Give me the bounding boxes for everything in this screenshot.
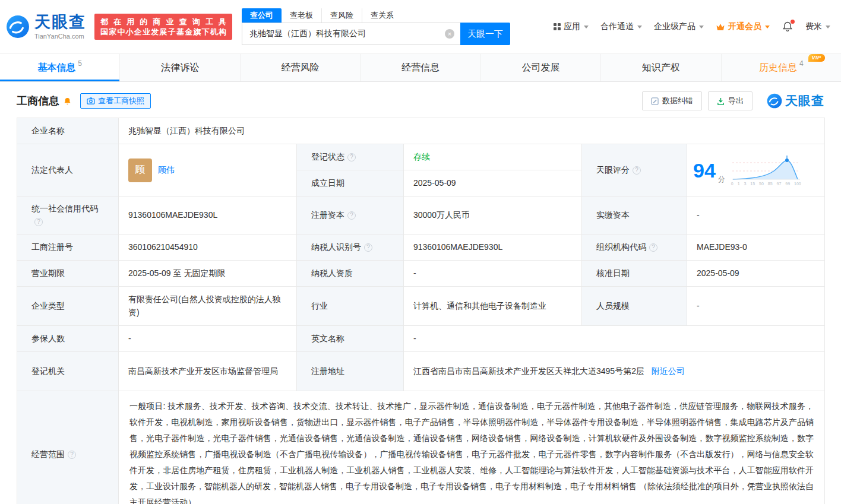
search-tab-risk[interactable]: 查风险 (321, 8, 362, 23)
tab-history-info[interactable]: 历史信息 4 VIP (721, 54, 841, 81)
status-badge: 存续 (413, 152, 430, 161)
tab-legal-proceedings[interactable]: 法律诉讼 (119, 54, 239, 81)
business-info-table: 企业名称 兆驰智显（江西）科技有限公司 法定代表人 顾 顾伟 登记状态 存续 天… (17, 118, 825, 504)
nav-apps-label: 应用 (564, 21, 580, 32)
field-label-staff-size: 人员规模 (582, 287, 687, 326)
table-row: 登记机关 南昌高新技术产业开发区市场监督管理局 注册地址 江西省南昌市南昌高新技… (17, 352, 825, 391)
business-scope-value: 一般项目: 技术服务、技术开发、技术咨询、技术交流、技术转让、技术推广，显示器件… (119, 391, 825, 504)
nav-user-label: 费米 (805, 21, 822, 32)
info-icon[interactable] (347, 153, 356, 161)
business-term-value: 2025-05-09 至 无固定期限 (119, 261, 297, 287)
tab-operating-info[interactable]: 经营信息 (360, 54, 480, 81)
section-actions: 数据纠错 导出 天眼查 (642, 91, 824, 110)
tab-company-development[interactable]: 公司发展 (480, 54, 600, 81)
field-label-industry: 行业 (297, 287, 404, 326)
field-label-company-name: 企业名称 (17, 118, 119, 144)
subscribe-bell-icon[interactable] (63, 97, 72, 106)
legal-rep-avatar[interactable]: 顾 (128, 159, 152, 182)
chevron-down-icon (699, 26, 704, 28)
info-icon[interactable] (649, 243, 657, 252)
search-tab-company[interactable]: 查公司 (242, 8, 282, 23)
search-tab-boss[interactable]: 查老板 (282, 8, 321, 23)
export-icon (717, 97, 725, 105)
company-name-value: 兆驰智显（江西）科技有限公司 (119, 118, 825, 144)
tab-intellectual-property[interactable]: 知识产权 (600, 54, 720, 81)
reg-address-cell: 江西省南昌市南昌高新技术产业开发区天祥北大道3495号第2层 附近公司 (404, 352, 825, 391)
table-row: 企业类型 有限责任公司(自然人投资或控股的法人独资) 行业 计算机、通信和其他电… (17, 287, 825, 326)
clear-icon[interactable] (445, 29, 454, 39)
info-icon[interactable] (68, 451, 76, 459)
section-header: 工商信息 查看工商快照 数据纠错 导出 (0, 82, 841, 116)
taxpayer-qualification-value: - (404, 261, 582, 287)
industry-value: 计算机、通信和其他电子设备制造业 (404, 287, 582, 326)
search-button[interactable]: 天眼一下 (460, 23, 510, 45)
company-detail-tabs: 基本信息 5 法律诉讼 经营风险 经营信息 公司发展 知识产权 历史信息 4 V… (0, 53, 841, 82)
field-label-credit-code: 统一社会信用代码 (17, 196, 119, 234)
field-label-reg-status: 登记状态 (297, 144, 404, 170)
score-chart: 013 155085 9799100 (731, 153, 802, 188)
nav-user[interactable]: 费米 (805, 21, 830, 32)
tab-basic-info[interactable]: 基本信息 5 (0, 54, 119, 81)
field-label-company-type: 企业类型 (17, 287, 119, 326)
tab-badge: 4 (799, 59, 804, 68)
field-label-reg-capital: 注册资本 (297, 196, 404, 234)
nav-vip[interactable]: 开通会员 (716, 21, 770, 32)
info-icon[interactable] (34, 218, 43, 226)
data-correction-button[interactable]: 数据纠错 (642, 91, 702, 110)
paid-capital-value: - (687, 196, 825, 234)
org-code-value: MAEJDE93-0 (687, 234, 825, 261)
tianyancha-logo-icon (6, 15, 30, 39)
score-axis: 013 155085 9799100 (731, 181, 801, 188)
tab-label: 知识产权 (642, 62, 680, 74)
score-unit: 分 (718, 174, 725, 185)
nav-enterprise[interactable]: 企业级产品 (654, 21, 704, 32)
field-label-score: 天眼评分 (582, 144, 687, 196)
establish-date-value: 2025-05-09 (404, 170, 582, 196)
info-icon[interactable] (633, 166, 641, 175)
legal-rep-cell: 顾 顾伟 (119, 144, 297, 196)
apps-grid-icon (554, 23, 561, 30)
search-input[interactable] (242, 23, 460, 45)
nav-apps[interactable]: 应用 (554, 21, 589, 32)
insured-count-value: - (119, 326, 297, 352)
export-button[interactable]: 导出 (708, 91, 753, 110)
table-row: 企业名称 兆驰智显（江西）科技有限公司 (17, 118, 825, 144)
reg-capital-value: 30000万人民币 (404, 196, 582, 234)
logo-domain: TianYanCha.com (34, 33, 86, 40)
table-row: 营业期限 2025-05-09 至 无固定期限 纳税人资质 - 核准日期 202… (17, 261, 825, 287)
info-icon[interactable] (347, 211, 356, 220)
chevron-down-icon (584, 26, 589, 28)
field-label-legal-rep: 法定代表人 (17, 144, 119, 196)
tab-badge: 5 (78, 59, 82, 68)
taxpayer-id-value: 91360106MAEJDE930L (404, 234, 582, 261)
slogan-line2: 国家中小企业发展子基金旗下机构 (100, 27, 226, 37)
watermark-text: 天眼查 (785, 93, 824, 109)
legal-rep-link[interactable]: 顾伟 (158, 164, 175, 177)
snapshot-button[interactable]: 查看工商快照 (80, 93, 151, 109)
tab-operating-risk[interactable]: 经营风险 (240, 54, 360, 81)
nearby-companies-link[interactable]: 附近公司 (652, 366, 685, 376)
field-label-business-term: 营业期限 (17, 261, 119, 287)
field-label-paid-capital: 实缴资本 (582, 196, 687, 234)
reg-authority-value: 南昌高新技术产业开发区市场监督管理局 (119, 352, 297, 391)
table-row: 法定代表人 顾 顾伟 登记状态 存续 天眼评分 94 分 (17, 144, 825, 170)
chevron-down-icon (637, 26, 642, 28)
search-box: 天眼一下 (242, 23, 510, 45)
reg-address-value: 江西省南昌市南昌高新技术产业开发区天祥北大道3495号第2层 (413, 366, 644, 376)
snapshot-button-label: 查看工商快照 (98, 96, 144, 106)
chevron-down-icon (765, 26, 770, 28)
search-tab-relation[interactable]: 查关系 (362, 8, 402, 23)
export-label: 导出 (728, 96, 744, 106)
field-label-reg-authority: 登记机关 (17, 352, 119, 391)
table-row: 经营范围 一般项目: 技术服务、技术开发、技术咨询、技术交流、技术转让、技术推广… (17, 391, 825, 504)
table-row: 工商注册号 360106210454910 纳税人识别号 91360106MAE… (17, 234, 825, 261)
correction-icon (651, 97, 659, 105)
info-icon[interactable] (364, 243, 372, 252)
english-name-value: - (404, 326, 825, 352)
field-label-reg-address: 注册地址 (297, 352, 404, 391)
notification-bell[interactable] (782, 21, 793, 33)
tianyancha-logo[interactable]: 天眼查 TianYanCha.com (6, 14, 86, 40)
chevron-down-icon (826, 26, 830, 28)
nav-partner[interactable]: 合作通道 (600, 21, 642, 32)
field-label-taxpayer-id: 纳税人识别号 (297, 234, 404, 261)
